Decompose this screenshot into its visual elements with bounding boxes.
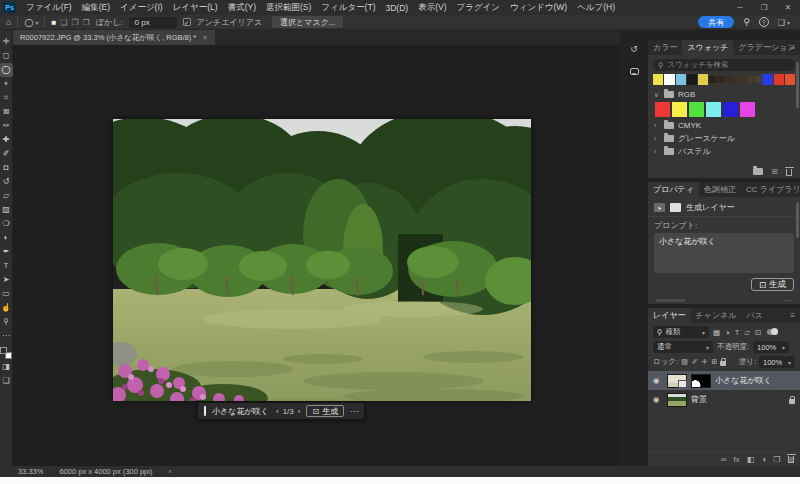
filter-type-icon[interactable]: T [735,328,740,337]
object-selection-tool[interactable]: ⌖ [0,77,13,91]
swatch[interactable] [785,74,795,85]
lock-artboard-icon[interactable]: ⊞ [712,358,718,366]
lock-all-icon[interactable] [720,361,726,366]
brush-tool[interactable]: ✐ [0,147,13,161]
add-selection-mode[interactable]: ❏ [60,18,67,27]
marquee-tool[interactable]: ◻ [0,49,13,63]
lock-pixels-icon[interactable]: ✐ [692,358,698,366]
swatch-group-grayscale[interactable]: › グレースケール [648,132,800,145]
dodge-tool[interactable]: ◐ [0,231,13,245]
foreground-color-chip[interactable] [0,347,7,354]
layer-mask-thumbnail[interactable] [691,374,711,388]
delete-swatch-icon[interactable] [786,169,792,176]
filter-pixel-icon[interactable]: ▦ [713,328,720,337]
layer-row-background[interactable]: ◉ 背景 [648,390,800,409]
feather-input[interactable]: 0 px [129,17,177,28]
minimize-button[interactable]: ─ [728,0,752,15]
hand-tool[interactable]: ☝ [0,301,13,315]
prompt-input[interactable]: 小さな花が咲く [212,406,270,417]
swatch[interactable] [755,76,762,83]
prompt-textarea[interactable]: 小さな花が咲く [654,233,794,273]
blur-tool[interactable]: ❍ [0,217,13,231]
swatch[interactable] [723,102,738,117]
zoom-level-field[interactable]: 33.33% [18,467,43,476]
rectangle-tool[interactable]: ▭ [0,287,13,301]
scrollbar[interactable] [796,202,799,238]
zoom-tool[interactable]: ⚲ [0,315,13,329]
workspace-switcher[interactable]: ❑ ▾ [778,18,790,27]
swatch-group-cmyk[interactable]: › CMYK [648,119,800,132]
panel-tab[interactable]: スウォッチ [682,40,733,55]
document-tab[interactable]: R0007922.JPG @ 33.3% (小さな花が咲く, RGB/8) * … [13,30,215,45]
panel-menu-icon[interactable]: ≡ [790,308,800,323]
adjustment-layer-icon[interactable]: ◑ [761,455,766,464]
swatch[interactable] [709,76,716,83]
next-variation-button[interactable]: › [298,407,301,416]
menu-item[interactable]: 選択範囲(S) [261,0,316,15]
generative-layer-icon[interactable] [670,203,681,212]
scrollbar[interactable] [796,62,799,108]
menu-item[interactable]: ウィンドウ(W) [505,0,572,15]
swatch[interactable] [774,74,784,85]
new-selection-mode[interactable]: ■ [51,18,56,27]
swatch[interactable] [689,102,704,117]
move-tool[interactable]: ✛ [0,35,13,49]
panel-tab[interactable]: レイヤー [648,308,691,323]
more-options-icon[interactable]: ⋯ [350,407,358,416]
status-chevron-icon[interactable]: › [168,467,171,476]
menu-item[interactable]: 表示(V) [413,0,451,15]
layer-name[interactable]: 背景 [691,394,707,405]
share-button[interactable]: 共有 [698,16,734,28]
menu-item[interactable]: ヘルプ(H) [572,0,620,15]
canvas-document[interactable] [113,119,531,401]
swatch-group-pastel[interactable]: › パステル [648,145,800,158]
swatch[interactable] [672,102,687,117]
layer-filter-dropdown[interactable]: ⚲ 種類 ▾ [653,326,709,338]
history-panel-icon[interactable]: ↺ [626,42,642,56]
filter-adjustment-icon[interactable]: ◑ [725,328,730,337]
swatch[interactable] [740,102,755,117]
more-options-icon[interactable]: ⋯ [784,296,792,305]
document-info[interactable]: 6000 px x 4000 px (300 ppi) [59,467,152,476]
filter-smart-object-icon[interactable]: ⊡ [755,328,761,337]
add-mask-icon[interactable]: ◧ [747,455,755,464]
new-group-icon[interactable]: ❒ [773,455,780,464]
menu-item[interactable]: 編集(E) [77,0,115,15]
subtract-selection-mode[interactable]: ❐ [71,18,78,27]
crop-tool[interactable]: ⌗ [0,91,13,105]
swatch[interactable] [698,74,708,85]
swatch[interactable] [762,74,772,85]
search-icon[interactable]: ⚲ [743,17,750,27]
menu-item[interactable]: 書式(Y) [223,0,261,15]
lock-transparency-icon[interactable]: ▨ [681,358,688,366]
layer-style-icon[interactable]: fx [733,455,739,464]
swatch[interactable] [664,74,674,85]
generate-button[interactable]: ⊡ 生成 [751,278,794,291]
eraser-tool[interactable]: ▱ [0,189,13,203]
screen-mode-icon[interactable]: ❏ [0,373,13,387]
comments-panel-icon[interactable] [626,64,642,78]
panel-tab[interactable]: 色調補正 [699,182,741,197]
panel-tab[interactable]: CC ライブラリ [741,182,800,197]
new-swatch-icon[interactable]: ⊞ [771,167,778,176]
panel-menu-icon[interactable]: ≡ [790,40,800,55]
path-selection-tool[interactable]: ➤ [0,273,13,287]
menu-item[interactable]: イメージ(I) [115,0,168,15]
blend-mode-dropdown[interactable]: 通常 ▾ [653,341,713,353]
lasso-tool[interactable]: ◯ [0,63,13,77]
new-group-icon[interactable] [753,168,763,175]
foreground-background-swatches[interactable] [0,347,12,359]
filter-shape-icon[interactable]: ▱ [744,328,750,337]
select-and-mask-button[interactable]: 選択とマスク... [272,16,343,28]
swatch[interactable] [655,102,670,117]
swatch[interactable] [717,76,724,83]
swatch[interactable] [676,74,686,85]
tab-close-icon[interactable]: ✕ [202,34,207,42]
maximize-button[interactable]: ❐ [752,0,776,15]
clone-stamp-tool[interactable]: ◘ [0,161,13,175]
edit-toolbar[interactable]: ⋯ [0,329,13,343]
visibility-eye-icon[interactable]: ◉ [653,376,663,385]
menu-item[interactable]: プラグイン [451,0,505,15]
menu-item[interactable]: レイヤー(L) [168,0,223,15]
active-tool-preset[interactable]: ◯ ▾ [24,18,38,27]
